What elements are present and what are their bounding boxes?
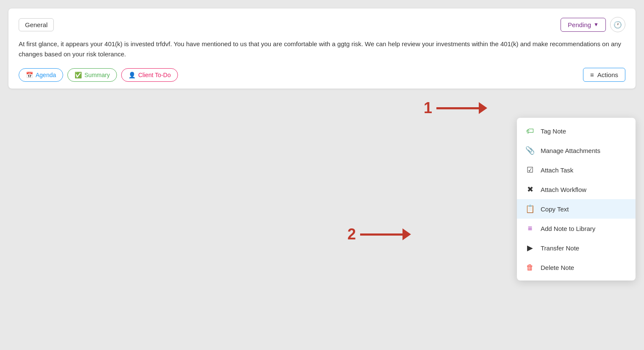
actions-button[interactable]: ≡ Actions xyxy=(583,68,625,82)
workflow-icon: ✖ xyxy=(525,185,535,194)
add-note-library-label: Add Note to Library xyxy=(541,225,595,232)
attach-workflow-label: Attach Workflow xyxy=(541,186,586,193)
dropdown-item-delete-note[interactable]: 🗑 Delete Note xyxy=(517,258,636,277)
note-body-text: At first glance, it appears your 401(k) … xyxy=(19,39,625,59)
chevron-down-icon: ▼ xyxy=(594,22,599,28)
actions-dropdown-menu: 🏷 Tag Note 📎 Manage Attachments ☑ Attach… xyxy=(517,118,636,281)
tab-agenda[interactable]: 📅 Agenda xyxy=(19,68,63,82)
tag-note-label: Tag Note xyxy=(541,128,566,135)
copy-text-label: Copy Text xyxy=(541,206,569,213)
note-footer: 📅 Agenda ✅ Summary 👤 Client To-Do ≡ Acti… xyxy=(19,68,625,82)
agenda-icon: 📅 xyxy=(26,72,33,78)
transfer-icon: ▶ xyxy=(525,243,535,253)
summary-label: Summary xyxy=(84,72,110,78)
dropdown-item-add-note-library[interactable]: ≡ Add Note to Library xyxy=(517,219,636,238)
task-icon: ☑ xyxy=(525,165,535,175)
clock-icon: 🕐 xyxy=(613,21,622,29)
pending-button[interactable]: Pending ▼ xyxy=(561,18,606,32)
note-card: General Pending ▼ 🕐 At first glance, it … xyxy=(8,8,636,89)
delete-icon: 🗑 xyxy=(525,263,535,272)
pending-label: Pending xyxy=(568,21,591,28)
tab-client-todo[interactable]: 👤 Client To-Do xyxy=(121,68,178,82)
copy-icon: 📋 xyxy=(525,204,535,214)
dropdown-item-attach-task[interactable]: ☑ Attach Task xyxy=(517,160,636,180)
note-card-header: General Pending ▼ 🕐 xyxy=(19,17,625,32)
clock-button[interactable]: 🕐 xyxy=(610,17,625,32)
library-icon: ≡ xyxy=(525,224,535,233)
agenda-label: Agenda xyxy=(36,72,56,78)
general-badge: General xyxy=(19,18,54,31)
dropdown-item-manage-attachments[interactable]: 📎 Manage Attachments xyxy=(517,141,636,160)
dropdown-item-tag-note[interactable]: 🏷 Tag Note xyxy=(517,121,636,141)
transfer-note-label: Transfer Note xyxy=(541,244,579,252)
delete-note-label: Delete Note xyxy=(541,264,574,271)
tab-summary[interactable]: ✅ Summary xyxy=(67,68,117,82)
dropdown-item-transfer-note[interactable]: ▶ Transfer Note xyxy=(517,238,636,258)
summary-icon: ✅ xyxy=(75,72,82,78)
header-right: Pending ▼ 🕐 xyxy=(561,17,625,32)
paperclip-icon: 📎 xyxy=(525,146,535,155)
tag-icon: 🏷 xyxy=(525,126,535,136)
manage-attachments-label: Manage Attachments xyxy=(541,147,600,154)
client-todo-icon: 👤 xyxy=(128,72,136,78)
attach-task-label: Attach Task xyxy=(541,167,573,174)
actions-lines-icon: ≡ xyxy=(590,71,594,78)
client-todo-label: Client To-Do xyxy=(138,72,171,78)
tab-buttons: 📅 Agenda ✅ Summary 👤 Client To-Do xyxy=(19,68,178,82)
dropdown-item-attach-workflow[interactable]: ✖ Attach Workflow xyxy=(517,180,636,199)
dropdown-item-copy-text[interactable]: 📋 Copy Text xyxy=(517,199,636,219)
actions-label: Actions xyxy=(597,71,618,78)
